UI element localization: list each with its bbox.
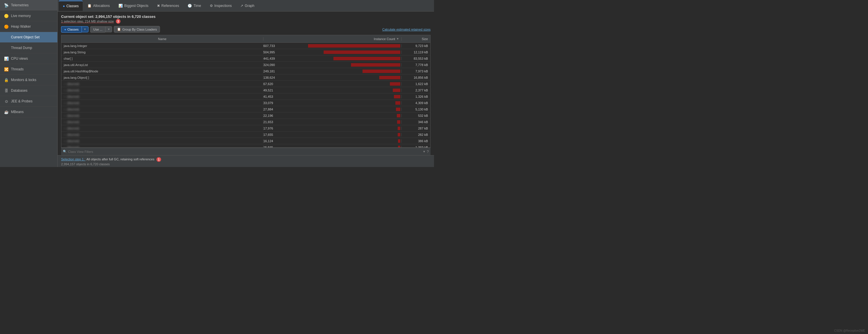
cell-size: 346 kB xyxy=(401,120,430,124)
tab-biggest-objects[interactable]: 📊 Biggest Objects xyxy=(115,1,152,11)
tab-label: Biggest Objects xyxy=(124,4,148,8)
table-row[interactable]: ··· (blurred) 49,521 2,377 kB xyxy=(61,87,430,93)
table-row[interactable]: java.lang.Object[ ] 138,624 16,856 kB xyxy=(61,75,430,81)
cell-size: 386 kB xyxy=(401,139,430,143)
table-header: Name Instance Count ▼ Size xyxy=(61,35,430,43)
tab-time[interactable]: 🕐 Time xyxy=(184,1,205,11)
tab-graph[interactable]: ↗ Graph xyxy=(236,1,258,11)
sidebar-item-threads[interactable]: 🔀 Threads xyxy=(0,64,57,75)
cell-size: 1,622 kB xyxy=(401,82,430,86)
cell-size: 12,119 kB xyxy=(401,51,430,54)
selection-info: Selection step 1 : All objects after ful… xyxy=(61,157,431,162)
table-row[interactable]: ··· (blurred) 27,884 5,130 kB xyxy=(61,106,430,112)
sidebar-item-label: Live memory xyxy=(11,14,31,18)
table-row[interactable]: java.lang.String 504,995 12,119 kB xyxy=(61,49,430,55)
cell-name: ··· (blurred) xyxy=(61,88,263,92)
main-content: ● Classes 📋 Allocations 📊 Biggest Object… xyxy=(58,0,434,167)
sidebar-item-label: Current Object Set xyxy=(11,35,39,39)
table-row[interactable]: ··· (blurred) 16,124 386 kB xyxy=(61,138,430,144)
sidebar-item-label: Telemetries xyxy=(11,3,29,7)
cell-size: 287 kB xyxy=(401,127,430,130)
use-button[interactable]: Use ... xyxy=(90,26,105,33)
cell-count: 504,995 xyxy=(263,50,401,54)
use-dropdown-arrow[interactable]: ▼ xyxy=(105,26,112,32)
cell-size: 7,973 kB xyxy=(401,69,430,73)
sidebar-item-telemetries[interactable]: 📡 Telemetries xyxy=(0,0,57,11)
sidebar-item-thread-dump[interactable]: Thread Dump xyxy=(0,43,57,53)
cell-count: 49,521 xyxy=(263,88,401,92)
sidebar-item-databases[interactable]: 🗄 Databases xyxy=(0,85,57,96)
classes-dropdown-arrow[interactable]: ▼ xyxy=(82,26,89,32)
cell-count: 138,624 xyxy=(263,76,401,80)
calculate-retained-sizes-link[interactable]: Calculate estimated retained sizes xyxy=(382,28,431,31)
sidebar-item-cpu-views[interactable]: 📊 CPU views xyxy=(0,53,57,64)
table-row[interactable]: ··· (blurred) 21,653 346 kB xyxy=(61,119,430,125)
help-icon[interactable]: ? xyxy=(427,149,429,154)
chevron-down-icon: ▼ xyxy=(84,28,87,31)
sidebar-item-mbeans[interactable]: ☕ MBeans xyxy=(0,107,57,117)
data-table: Name Instance Count ▼ Size java.lang.Int… xyxy=(61,35,431,148)
filter-dropdown-icon[interactable]: ▼ xyxy=(423,150,426,153)
table-row[interactable]: ··· (blurred) 41,453 1,326 kB xyxy=(61,93,430,100)
classes-button[interactable]: ● Classes xyxy=(61,26,82,33)
biggest-objects-tab-icon: 📊 xyxy=(119,4,123,8)
cell-size: 9,723 kB xyxy=(401,44,430,48)
group-by-icon: 📋 xyxy=(117,27,121,31)
cell-name: ··· (blurred) xyxy=(61,139,263,143)
sidebar-item-monitors-locks[interactable]: 🔒 Monitors & locks xyxy=(0,75,57,85)
chevron-down-icon: ▼ xyxy=(107,28,110,31)
inspections-tab-icon: ⚙ xyxy=(210,4,213,8)
selection-step-link[interactable]: Selection step 1 : xyxy=(61,158,85,161)
table-row[interactable]: ··· (blurred) 67,620 1,622 kB xyxy=(61,81,430,87)
tab-allocations[interactable]: 📋 Allocations xyxy=(83,1,114,11)
cpu-views-icon: 📊 xyxy=(4,56,9,61)
table-row[interactable]: char[ ] 441,439 83,553 kB xyxy=(61,55,430,62)
cell-count: 27,884 xyxy=(263,107,401,111)
table-row[interactable]: ··· (blurred) 33,079 4,309 kB xyxy=(61,100,430,106)
content-area: Current object set: 2,994,157 objects in… xyxy=(58,11,434,155)
sidebar-item-heap-walker[interactable]: 🟠 Heap Walker xyxy=(0,21,57,32)
sidebar-item-current-object-set[interactable]: Current Object Set xyxy=(0,32,57,43)
cell-count: 16,124 xyxy=(263,139,401,143)
table-row[interactable]: ··· (blurred) 17,976 287 kB xyxy=(61,125,430,132)
search-icon: 🔍 xyxy=(63,150,67,154)
class-view-filter-input[interactable] xyxy=(68,150,422,154)
tab-label: Allocations xyxy=(93,4,110,8)
cell-name: java.lang.String xyxy=(61,51,263,54)
table-row[interactable]: java.util.ArrayList 324,090 7,778 kB xyxy=(61,62,430,68)
sort-descending-icon[interactable]: ▼ xyxy=(396,37,399,40)
cell-name: ··· (blurred) xyxy=(61,133,263,136)
col-name: Name xyxy=(61,37,263,41)
tab-label: Graph xyxy=(245,4,254,8)
cell-size: 4,309 kB xyxy=(401,101,430,105)
table-row[interactable]: java.lang.Integer 607,733 9,723 kB xyxy=(61,43,430,49)
references-tab-icon: ✖ xyxy=(157,4,160,8)
sidebar-item-jee-probes[interactable]: ⊙ JEE & Probes xyxy=(0,96,57,107)
sidebar-item-label: Heap Walker xyxy=(11,25,31,29)
cell-count: 17,655 xyxy=(263,133,401,137)
cell-count: 33,079 xyxy=(263,101,401,105)
cell-name: java.lang.Integer xyxy=(61,44,263,48)
cell-count: 41,453 xyxy=(263,94,401,99)
cell-name: ··· (blurred) xyxy=(61,146,263,148)
tab-references[interactable]: ✖ References xyxy=(153,1,183,11)
table-row[interactable]: ··· (blurred) 22,196 532 kB xyxy=(61,112,430,119)
col-size: Size xyxy=(401,37,430,41)
table-row[interactable]: ··· (blurred) 17,655 282 kB xyxy=(61,132,430,138)
table-row[interactable]: ··· (blurred) 15,565 1,369 kB xyxy=(61,144,430,147)
current-object-set-icon xyxy=(4,35,9,39)
time-tab-icon: 🕐 xyxy=(188,4,192,8)
heap-walker-icon: 🟠 xyxy=(4,24,9,29)
sidebar-item-label: Thread Dump xyxy=(11,46,32,50)
table-body: java.lang.Integer 607,733 9,723 kB java.… xyxy=(61,43,430,147)
col-instance-count: Instance Count ▼ xyxy=(263,37,401,41)
tab-inspections[interactable]: ⚙ Inspections xyxy=(206,1,236,11)
table-row[interactable]: java.util.HashMap$Node 249,181 7,973 kB xyxy=(61,68,430,75)
cell-count: 249,181 xyxy=(263,69,401,73)
group-by-class-loaders-button[interactable]: 📋 Group By Class Loaders xyxy=(114,26,160,33)
sidebar-item-live-memory[interactable]: 🟡 Live memory xyxy=(0,11,57,21)
cell-name: java.lang.Object[ ] xyxy=(61,76,263,79)
tab-classes[interactable]: ● Classes xyxy=(59,1,83,11)
databases-icon: 🗄 xyxy=(4,88,9,93)
tab-bar: ● Classes 📋 Allocations 📊 Biggest Object… xyxy=(58,0,434,11)
